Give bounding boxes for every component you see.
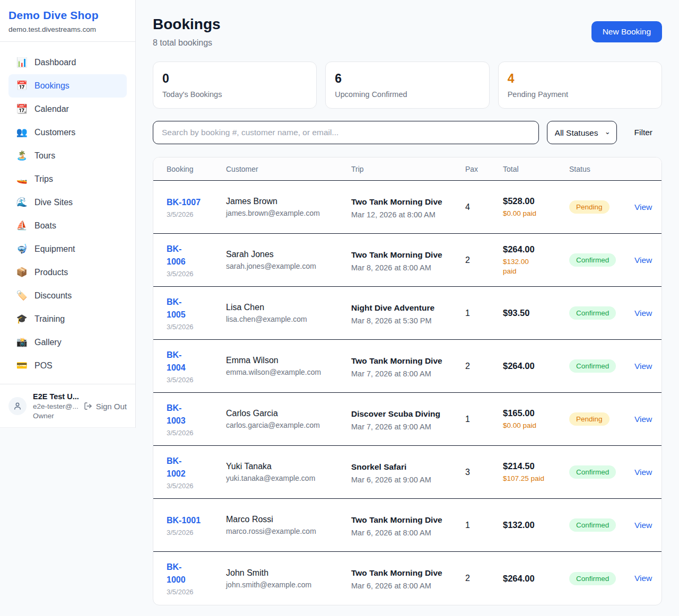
person-icon	[13, 401, 22, 411]
booking-id-link[interactable]: BK-1007	[167, 196, 226, 209]
pax-count: 1	[465, 521, 503, 530]
status-badge: Pending	[569, 200, 610, 214]
sidebar-nav: 📊 Dashboard 📅 Bookings 📆 Calendar 👥 Cust…	[0, 42, 135, 384]
sidebar-item-bookings[interactable]: 📅 Bookings	[8, 74, 127, 98]
customer-name: John Smith	[226, 568, 351, 578]
booking-id-link[interactable]: BK-1000	[167, 561, 196, 586]
view-link[interactable]: View	[634, 415, 653, 424]
sidebar-item-trips[interactable]: 🚤 Trips	[8, 168, 127, 191]
customer-email: yuki.tanaka@example.com	[226, 474, 351, 482]
view-link[interactable]: View	[634, 203, 653, 212]
sidebar-item-label: POS	[34, 359, 53, 372]
status-badge: Pending	[569, 412, 610, 426]
speedboat-icon: 🚤	[16, 173, 28, 186]
view-link[interactable]: View	[634, 468, 653, 477]
sign-out-button[interactable]: Sign Out	[84, 402, 127, 411]
sidebar-item-training[interactable]: 🎓 Training	[8, 307, 127, 331]
view-link[interactable]: View	[634, 362, 653, 371]
user-email: e2e-tester@...	[33, 402, 77, 410]
customer-name: Sarah Jones	[226, 250, 351, 259]
column-header-customer: Customer	[226, 165, 351, 173]
customer-name: Marco Rossi	[226, 515, 351, 524]
sidebar-item-label: Dive Sites	[34, 196, 73, 209]
stats-row: 0 Today's Bookings 6 Upcoming Confirmed …	[153, 61, 662, 109]
table-row: BK-1000 3/5/2026 John Smith john.smith@e…	[153, 552, 661, 605]
booking-date: 3/5/2026	[167, 376, 226, 384]
booking-id-link[interactable]: BK-1004	[167, 349, 196, 374]
stat-value: 6	[335, 72, 480, 86]
user-role: Owner	[33, 412, 77, 420]
sidebar-item-label: Dashboard	[34, 56, 76, 69]
trip-datetime: Mar 8, 2026 at 8:00 AM	[351, 263, 465, 272]
status-select[interactable]: All Statuses	[547, 121, 617, 144]
paid-amount: $0.00 paid	[503, 209, 569, 218]
booking-id-link[interactable]: BK-1003	[167, 402, 196, 427]
sailboat-icon: ⛵	[16, 219, 28, 232]
new-booking-button[interactable]: New Booking	[591, 21, 662, 42]
credit-card-icon: 💳	[16, 359, 28, 372]
paid-amount: $132.00 paid	[503, 257, 536, 276]
sidebar-item-calendar[interactable]: 📆 Calendar	[8, 98, 127, 121]
customer-email: john.smith@example.com	[226, 580, 351, 589]
booking-id-link[interactable]: BK-1001	[167, 514, 226, 527]
pax-count: 2	[465, 574, 503, 583]
search-input[interactable]	[153, 121, 539, 144]
sidebar-item-label: Boats	[34, 219, 56, 232]
sidebar-item-gallery[interactable]: 📸 Gallery	[8, 331, 127, 354]
customer-name: Yuki Tanaka	[226, 462, 351, 471]
sidebar-header: Demo Dive Shop demo.test.divestreams.com	[0, 0, 135, 42]
total-amount: $264.00	[503, 574, 569, 584]
pax-count: 4	[465, 203, 503, 212]
view-link[interactable]: View	[634, 521, 653, 530]
sidebar-item-dive-sites[interactable]: 🌊 Dive Sites	[8, 191, 127, 214]
total-amount: $214.50	[503, 461, 569, 471]
calendar-icon: 📅	[16, 80, 28, 92]
filter-button[interactable]: Filter	[625, 128, 662, 137]
sidebar-item-boats[interactable]: ⛵ Boats	[8, 214, 127, 237]
trip-datetime: Mar 12, 2026 at 8:00 AM	[351, 210, 465, 219]
trip-datetime: Mar 6, 2026 at 9:00 AM	[351, 476, 465, 484]
bar-chart-icon: 📊	[16, 56, 28, 69]
trip-datetime: Mar 7, 2026 at 9:00 AM	[351, 423, 465, 431]
sidebar-item-products[interactable]: 📦 Products	[8, 261, 127, 284]
sidebar-item-label: Calendar	[34, 103, 69, 116]
customer-name: Lisa Chen	[226, 303, 351, 312]
shop-name: Demo Dive Shop	[8, 9, 127, 22]
trip-name: Discover Scuba Diving	[351, 408, 449, 420]
pax-count: 2	[465, 256, 503, 265]
tear-calendar-icon: 📆	[16, 103, 28, 116]
booking-id-link[interactable]: BK-1006	[167, 243, 196, 268]
camera-icon: 📸	[16, 336, 28, 349]
status-badge: Confirmed	[569, 518, 616, 532]
view-link[interactable]: View	[634, 256, 653, 265]
customer-email: james.brown@example.com	[226, 209, 351, 217]
booking-id-link[interactable]: BK-1002	[167, 455, 196, 480]
sidebar-item-customers[interactable]: 👥 Customers	[8, 121, 127, 144]
stat-card-todays-bookings: 0 Today's Bookings	[153, 61, 317, 109]
view-link[interactable]: View	[634, 574, 653, 583]
total-amount: $132.00	[503, 520, 569, 530]
table-row: BK-1005 3/5/2026 Lisa Chen lisa.chen@exa…	[153, 287, 661, 340]
avatar	[8, 397, 27, 415]
sidebar-item-label: Customers	[34, 126, 75, 139]
sidebar-item-dashboard[interactable]: 📊 Dashboard	[8, 51, 127, 74]
column-header-total: Total	[503, 165, 569, 173]
status-badge: Confirmed	[569, 359, 616, 373]
customer-name: James Brown	[226, 197, 351, 206]
view-link[interactable]: View	[634, 309, 653, 318]
bookings-table: Booking Customer Trip Pax Total Status B…	[153, 157, 662, 605]
sidebar-item-label: Discounts	[34, 289, 72, 302]
booking-id-link[interactable]: BK-1005	[167, 296, 196, 321]
status-badge: Confirmed	[569, 306, 616, 320]
status-badge: Confirmed	[569, 253, 616, 267]
sidebar-item-pos[interactable]: 💳 POS	[8, 354, 127, 377]
sidebar-item-equipment[interactable]: 🤿 Equipment	[8, 237, 127, 261]
column-header-status: Status	[569, 165, 634, 173]
customer-email: lisa.chen@example.com	[226, 315, 351, 323]
customer-email: sarah.jones@example.com	[226, 262, 351, 270]
people-icon: 👥	[16, 126, 28, 139]
main-content: Bookings 8 total bookings New Booking 0 …	[136, 0, 679, 605]
sidebar-item-tours[interactable]: 🏝️ Tours	[8, 144, 127, 168]
stat-label: Today's Bookings	[162, 90, 307, 99]
sidebar-item-discounts[interactable]: 🏷️ Discounts	[8, 284, 127, 307]
